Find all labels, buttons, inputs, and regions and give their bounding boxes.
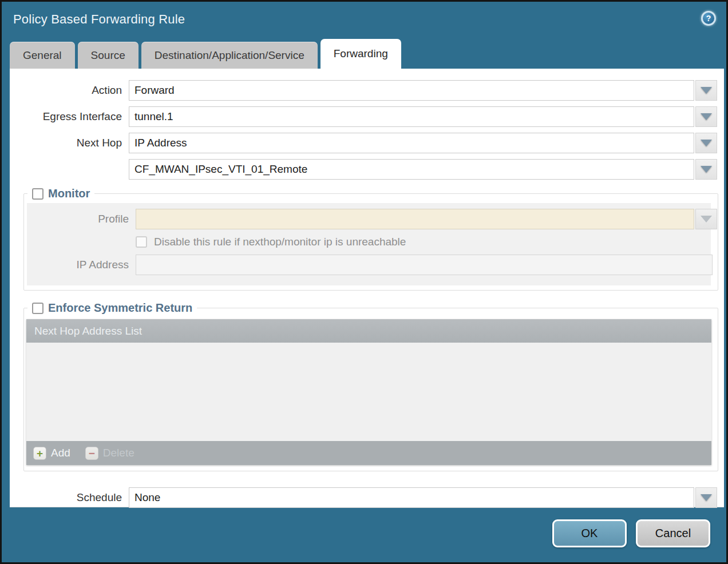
next-hop-type-field[interactable]: IP Address xyxy=(129,133,694,153)
monitor-section: Monitor Profile Disable this rule if nex… xyxy=(23,193,718,291)
egress-interface-row: Egress Interface tunnel.1 xyxy=(10,106,724,127)
tab-forwarding[interactable]: Forwarding xyxy=(321,39,401,69)
schedule-label: Schedule xyxy=(10,491,122,504)
schedule-value-field[interactable]: None xyxy=(129,487,694,508)
next-hop-address-row: CF_MWAN_IPsec_VTI_01_Remote xyxy=(10,159,724,180)
disable-rule-label: Disable this rule if nexthop/monitor ip … xyxy=(154,236,406,248)
egress-interface-label: Egress Interface xyxy=(10,110,122,123)
monitor-ip-address-field xyxy=(136,255,713,275)
help-icon-glyph: ? xyxy=(703,13,714,24)
action-dropdown-button[interactable] xyxy=(695,80,717,101)
plus-icon: + xyxy=(33,447,46,460)
next-hop-address-list-header: Next Hop Address List xyxy=(26,319,711,343)
monitor-panel: Profile Disable this rule if nexthop/mon… xyxy=(27,203,711,285)
enforce-symmetric-return-legend: Enforce Symmetric Return xyxy=(48,301,192,315)
tab-general[interactable]: General xyxy=(10,42,75,69)
profile-row: Profile xyxy=(27,209,711,229)
chevron-down-icon xyxy=(701,87,712,94)
chevron-down-icon xyxy=(701,140,712,146)
next-hop-address-field[interactable]: CF_MWAN_IPsec_VTI_01_Remote xyxy=(129,159,694,180)
monitor-ip-address-label: IP Address xyxy=(27,259,129,271)
next-hop-address-list-footer: + Add − Delete xyxy=(26,441,711,465)
forwarding-tab-panel: Action Forward Egress Interface tunnel.1… xyxy=(10,69,724,507)
profile-label: Profile xyxy=(27,213,129,225)
tab-destination-application-service[interactable]: Destination/Application/Service xyxy=(141,42,318,69)
delete-button-label: Delete xyxy=(103,447,134,459)
next-hop-label: Next Hop xyxy=(10,137,122,149)
egress-interface-value-field[interactable]: tunnel.1 xyxy=(129,106,694,127)
add-button-label: Add xyxy=(51,447,70,459)
dialog-button-bar: OK Cancel xyxy=(552,519,710,547)
chevron-down-icon xyxy=(701,494,712,501)
dialog-title: Policy Based Forwarding Rule xyxy=(13,12,185,27)
action-row: Action Forward xyxy=(10,80,724,101)
disable-rule-row: Disable this rule if nexthop/monitor ip … xyxy=(136,236,711,248)
next-hop-address-list-table: Next Hop Address List + Add − Delete xyxy=(26,319,711,465)
dialog-titlebar: Policy Based Forwarding Rule ? xyxy=(2,2,726,37)
monitor-ip-address-row: IP Address xyxy=(27,255,711,275)
tab-bar: General Source Destination/Application/S… xyxy=(10,39,404,69)
monitor-checkbox[interactable] xyxy=(32,188,43,200)
add-button[interactable]: + Add xyxy=(33,447,70,460)
chevron-down-icon xyxy=(701,216,712,223)
next-hop-row: Next Hop IP Address xyxy=(10,133,724,153)
next-hop-address-list-body[interactable] xyxy=(26,343,711,441)
chevron-down-icon xyxy=(701,166,712,173)
minus-icon: − xyxy=(85,447,98,460)
cancel-button[interactable]: Cancel xyxy=(636,519,710,547)
help-icon[interactable]: ? xyxy=(701,11,716,26)
profile-value-field xyxy=(136,209,694,229)
egress-interface-dropdown-button[interactable] xyxy=(695,106,717,127)
enforce-symmetric-return-section: Enforce Symmetric Return Next Hop Addres… xyxy=(23,308,718,471)
chevron-down-icon xyxy=(701,113,712,120)
schedule-dropdown-button[interactable] xyxy=(695,487,717,508)
next-hop-dropdown-button[interactable] xyxy=(695,133,717,153)
enforce-symmetric-return-checkbox[interactable] xyxy=(32,303,43,314)
profile-dropdown-button xyxy=(695,209,717,229)
next-hop-address-dropdown-button[interactable] xyxy=(695,159,717,180)
monitor-legend: Monitor xyxy=(48,187,90,200)
ok-button[interactable]: OK xyxy=(552,519,627,547)
action-value-field[interactable]: Forward xyxy=(129,80,694,101)
disable-rule-checkbox xyxy=(136,236,147,248)
tab-source[interactable]: Source xyxy=(78,42,139,69)
action-label: Action xyxy=(10,84,122,97)
schedule-row: Schedule None xyxy=(10,487,724,508)
delete-button: − Delete xyxy=(85,447,134,460)
